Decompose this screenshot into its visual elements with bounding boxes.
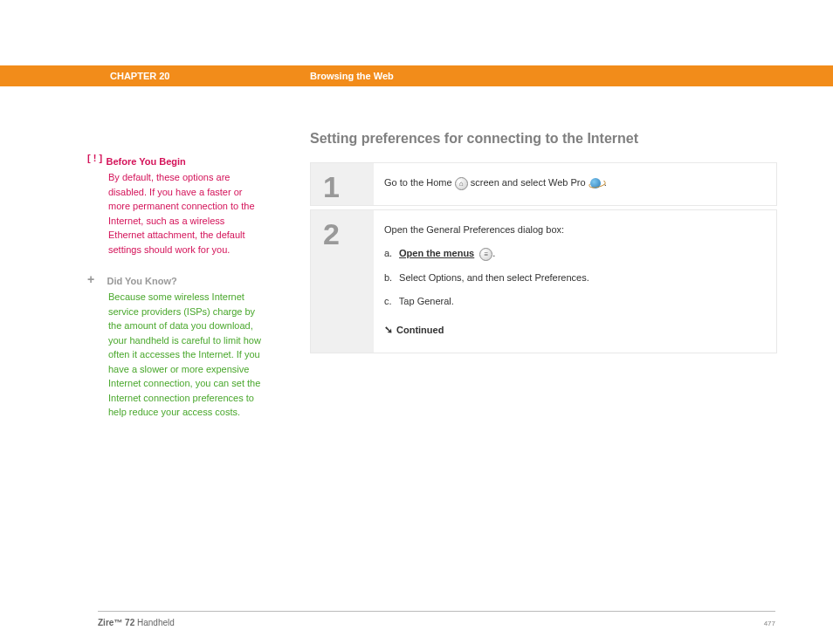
did-you-know-body: Because some wireless Internet service p… <box>108 290 262 420</box>
step-2: 2 Open the General Preferences dialog bo… <box>310 209 777 354</box>
footer-divider <box>98 611 775 612</box>
home-icon: ⌂ <box>455 177 468 190</box>
header-bar: CHAPTER 20 Browsing the Web <box>0 65 833 86</box>
substep-text: Select Options, and then select Preferen… <box>399 272 589 283</box>
substep-text: Tap General. <box>399 296 454 306</box>
step-1: 1 Go to the Home ⌂ screen and select Web… <box>310 162 777 206</box>
did-you-know-block: + Did You Know? Because some wireless In… <box>87 272 262 420</box>
did-you-know-title: Did You Know? <box>107 276 176 286</box>
footer-product-type: Handheld <box>134 618 175 627</box>
main-content: Setting preferences for connecting to th… <box>310 131 777 357</box>
plus-icon: + <box>87 272 103 286</box>
step-text: Go to the Home <box>384 177 455 188</box>
footer-product-name: Zire™ 72 <box>98 618 134 627</box>
step-body: Open the General Preferences dialog box:… <box>374 210 776 353</box>
menu-icon: ≡ <box>479 248 492 261</box>
continued-label: Continued <box>396 325 444 335</box>
substep-b: b. Select Options, and then select Prefe… <box>384 271 762 286</box>
substep-a: a. Open the menus ≡. <box>384 246 762 262</box>
section-title: Setting preferences for connecting to th… <box>310 131 777 147</box>
before-you-begin-title: Before You Begin <box>107 156 186 167</box>
step-number: 2 <box>311 210 374 353</box>
before-you-begin-block: [ ! ] Before You Begin By default, these… <box>87 153 262 257</box>
page-number: 477 <box>764 620 775 627</box>
substep-c: c. Tap General. <box>384 294 762 310</box>
substep-letter: b. <box>384 271 396 286</box>
step-intro: Open the General Preferences dialog box: <box>384 223 762 238</box>
step-number: 1 <box>311 163 374 205</box>
alert-icon: [ ! ] <box>87 153 102 163</box>
sidebar: [ ! ] Before You Begin By default, these… <box>87 153 262 420</box>
continued-indicator: ➘Continued <box>384 322 762 339</box>
step-body: Go to the Home ⌂ screen and select Web P… <box>374 163 776 205</box>
step-text: screen and select Web Pro <box>468 177 589 188</box>
continued-arrow-icon: ➘ <box>384 322 393 339</box>
substep-text: . <box>492 248 495 258</box>
substep-letter: a. <box>384 246 396 262</box>
web-pro-icon <box>589 177 604 189</box>
footer-product: Zire™ 72 Handheld <box>98 618 175 627</box>
chapter-label: CHAPTER 20 <box>110 71 169 81</box>
open-menus-link[interactable]: Open the menus <box>399 248 474 258</box>
chapter-title: Browsing the Web <box>310 71 394 81</box>
before-you-begin-body: By default, these options are disabled. … <box>108 170 262 257</box>
substep-letter: c. <box>384 294 396 310</box>
